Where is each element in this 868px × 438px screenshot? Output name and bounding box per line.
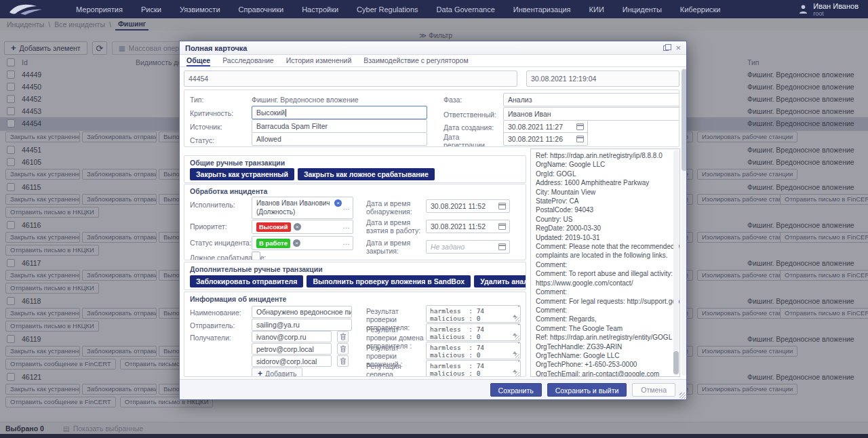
- source-input[interactable]: Barracuda Spam Filter: [252, 119, 427, 133]
- whois-line: complaints are located in the following …: [536, 251, 670, 260]
- recipient-input[interactable]: sidorov@corp.local: [252, 355, 332, 367]
- check-result-textarea[interactable]: harmless : 74 malicious : 0: [426, 305, 521, 323]
- sandbox-check-button[interactable]: Выполнить проверку вложения в SandBox: [307, 275, 471, 287]
- close-as-false-positive-button[interactable]: Закрыть как ложное срабатывание: [298, 168, 435, 180]
- app-logo[interactable]: [7, 2, 50, 17]
- stepper-down-icon[interactable]: [517, 305, 521, 315]
- add-recipient-button[interactable]: + Добавить: [252, 367, 302, 377]
- check-result-textarea[interactable]: harmless : 74 malicious : 0: [426, 342, 521, 359]
- modal-title: Полная карточка: [185, 44, 247, 52]
- nav-item-5[interactable]: Настройки: [302, 5, 338, 14]
- calendar-icon[interactable]: [576, 136, 584, 142]
- stepper-icon[interactable]: [513, 362, 519, 370]
- date-created-input[interactable]: 30.08.2021 11:27: [503, 120, 588, 134]
- whois-line: OrgTechPhone: +1-650-253-0000: [536, 360, 670, 369]
- close-icon[interactable]: ×: [675, 44, 681, 52]
- delete-recipient-button[interactable]: [337, 343, 349, 355]
- recipient-input[interactable]: ivanov@corp.ru: [252, 331, 332, 342]
- whois-line: Comment: The Google Team: [536, 324, 670, 333]
- whois-line: Comment: Regards,: [536, 315, 670, 323]
- modal-scroll-thumb[interactable]: [682, 69, 686, 171]
- priority-label: Приоритет:: [190, 222, 227, 231]
- resize-grip-icon[interactable]: [515, 353, 519, 358]
- sender-input[interactable]: sailing@ya.ru: [252, 319, 352, 331]
- stepper-icon[interactable]: [513, 307, 519, 315]
- check-result-textarea[interactable]: harmless : 74 malicious : 0: [426, 323, 521, 341]
- clear-icon[interactable]: ×: [293, 239, 300, 247]
- more-icon[interactable]: …: [342, 203, 350, 211]
- false-positive-checkbox[interactable]: [252, 252, 260, 260]
- nav-item-1[interactable]: Мероприятия: [76, 5, 123, 14]
- clear-icon[interactable]: ×: [294, 223, 301, 231]
- nav-item-7[interactable]: Data Governance: [437, 5, 495, 14]
- work-datetime-input[interactable]: 30.08.2021 11:52: [426, 220, 510, 233]
- detect-datetime-input[interactable]: 30.08.2021 11:52: [426, 199, 510, 213]
- cancel-button[interactable]: Отмена: [632, 383, 675, 397]
- tab-general[interactable]: Общее: [186, 56, 210, 66]
- save-and-exit-button[interactable]: Сохранить и выйти: [547, 383, 627, 397]
- calendar-icon[interactable]: [498, 243, 506, 250]
- block-sender-button[interactable]: Заблокировать отправителя: [190, 275, 303, 287]
- restore-icon[interactable]: [663, 45, 669, 51]
- calendar-icon[interactable]: [576, 123, 584, 130]
- save-button[interactable]: Сохранить: [490, 383, 542, 397]
- nav-item-10[interactable]: Инциденты: [623, 5, 662, 14]
- stepper-down-icon[interactable]: [517, 360, 521, 370]
- whois-line: Comment:: [536, 260, 670, 269]
- calendar-icon[interactable]: [498, 223, 506, 230]
- nav-item-2[interactable]: Риски: [141, 5, 161, 14]
- responsible-input[interactable]: Иванов Иван: [503, 107, 679, 121]
- clear-icon[interactable]: ×: [334, 199, 342, 207]
- date-reg-label: Дата регистрации инцидента:: [443, 133, 500, 147]
- modal-body: 44454 30.08.2021 12:19:04 Тип: Фишинг. В…: [180, 67, 686, 378]
- nav-item-6[interactable]: Cyber Regulations: [357, 5, 418, 14]
- tab-investigation[interactable]: Расследование: [222, 56, 274, 66]
- nav-item-3[interactable]: Уязвимости: [180, 5, 220, 14]
- stepper-icon[interactable]: [513, 325, 519, 333]
- name-input[interactable]: Обнаружено вредоносное письмо от: [252, 306, 352, 318]
- resize-grip-icon[interactable]: [515, 372, 519, 376]
- more-icon[interactable]: …: [342, 222, 350, 230]
- status-input[interactable]: Allowed: [252, 132, 427, 146]
- whois-panel[interactable]: Ref: https://rdap.arin.net/registry/ip/8…: [530, 148, 680, 377]
- nav-item-9[interactable]: КИИ: [589, 5, 604, 14]
- date-reg-input[interactable]: 30.08.2021 11:26: [503, 132, 588, 146]
- calendar-icon[interactable]: [498, 203, 506, 210]
- criticality-input[interactable]: Высокий: [252, 106, 427, 119]
- delete-recipient-button[interactable]: [337, 331, 349, 342]
- nav-item-11[interactable]: Киберриски: [680, 5, 721, 14]
- resize-grip-icon[interactable]: [515, 335, 519, 340]
- screen: МероприятияРискиУязвимостиСправочникиНас…: [0, 0, 868, 438]
- priority-field[interactable]: Высокий × …: [252, 220, 353, 234]
- close-datetime-label: Дата и время закрытия:: [366, 239, 426, 255]
- delete-exchange-messages-button[interactable]: Удалить аналогичные сообщения в MS Excha…: [474, 275, 526, 287]
- tab-regulator[interactable]: Взаимодействие с регулятором: [363, 56, 468, 66]
- close-datetime-input[interactable]: Не задано: [426, 240, 510, 254]
- common-transactions-title: Общие ручные транзакции: [190, 159, 285, 167]
- nav-item-4[interactable]: Справочники: [239, 5, 284, 14]
- modal-scrollbar[interactable]: [682, 68, 686, 376]
- whois-scroll-thumb[interactable]: [673, 351, 679, 374]
- status-badge: В работе: [256, 239, 290, 248]
- stepper-down-icon[interactable]: [517, 323, 521, 333]
- tab-change-history[interactable]: История изменений: [286, 56, 352, 66]
- more-icon[interactable]: …: [342, 238, 350, 246]
- user-icon: [798, 4, 808, 14]
- incident-status-field[interactable]: В работе × …: [252, 236, 353, 250]
- modal-footer: Сохранить Сохранить и выйти Отмена: [180, 379, 686, 399]
- stepper-down-icon[interactable]: [517, 342, 521, 351]
- stepper-icon[interactable]: [513, 344, 519, 351]
- whois-line: City: Mountain View: [536, 188, 670, 197]
- executor-field[interactable]: Иванов Иван Иванович(Должность) × …: [252, 197, 353, 219]
- whois-scrollbar[interactable]: [673, 150, 679, 376]
- resize-grip-icon[interactable]: [515, 317, 519, 321]
- close-as-fixed-button[interactable]: Закрыть как устраненный: [190, 168, 294, 180]
- modal-header[interactable]: Полная карточка ×: [180, 41, 686, 55]
- recipient-input[interactable]: petrov@corp.local: [252, 343, 332, 355]
- nav-item-8[interactable]: Инвентаризация: [513, 5, 571, 14]
- delete-recipient-button[interactable]: [337, 355, 349, 367]
- user-menu[interactable]: Иван Иванов root: [798, 2, 859, 17]
- check-result-textarea[interactable]: harmless : 74 malicious : 0: [426, 360, 521, 377]
- resize-grip[interactable]: [679, 393, 686, 399]
- phase-input[interactable]: Анализ: [503, 93, 679, 106]
